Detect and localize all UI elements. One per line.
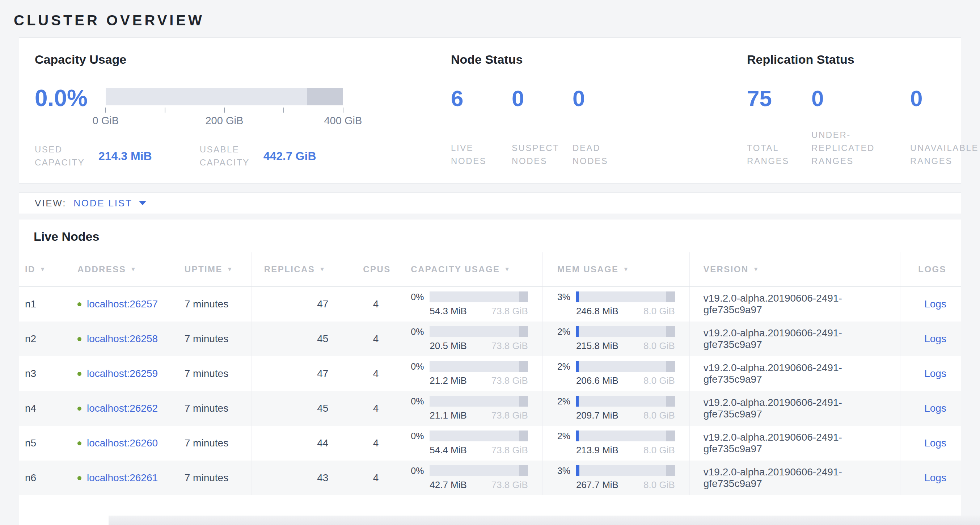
view-label: VIEW: xyxy=(35,198,66,209)
node-replicas: 45 xyxy=(251,391,341,426)
node-version: v19.2.0-alpha.20190606-2491-gfe735c9a97 xyxy=(689,287,900,322)
node-status-title: Node Status xyxy=(451,53,747,66)
capacity-percent: 0.0% xyxy=(35,88,88,109)
view-dropdown[interactable]: NODE LIST xyxy=(73,198,132,209)
tick-label-200: 200 GiB xyxy=(205,115,243,127)
node-address-link[interactable]: localhost:26258 xyxy=(87,333,158,345)
stat-suspect-nodes: 0 SUSPECT NODES xyxy=(512,87,566,168)
tick-label-400: 400 GiB xyxy=(324,115,362,127)
capacity-usage-section: Capacity Usage 0.0% xyxy=(35,53,451,183)
node-mem-usage: 2% 213.9 MiB8.0 GiB xyxy=(542,426,689,461)
stat-live-nodes: 6 LIVE NODES xyxy=(451,87,505,168)
page-title: CLUSTER OVERVIEW xyxy=(14,12,961,29)
node-address-link[interactable]: localhost:26260 xyxy=(87,437,158,449)
node-live-status-dot xyxy=(78,302,81,306)
table-row: n5 localhost:26260 7 minutes 44 4 0% 54.… xyxy=(19,426,961,461)
node-mem-usage: 2% 215.8 MiB8.0 GiB xyxy=(542,322,689,356)
replication-status-section: Replication Status 75 TOTAL RANGES 0 UND… xyxy=(747,53,980,183)
node-uptime: 7 minutes xyxy=(172,322,251,356)
view-selector-bar: VIEW: NODE LIST xyxy=(19,192,961,214)
node-logs-link[interactable]: Logs xyxy=(924,472,947,484)
under-replicated-ranges-value: 0 xyxy=(811,87,900,110)
column-header-mem-usage[interactable]: MEM USAGE xyxy=(542,252,689,286)
node-replicas: 47 xyxy=(251,287,341,322)
unavailable-ranges-value: 0 xyxy=(910,87,980,110)
total-ranges-value: 75 xyxy=(747,87,801,110)
column-header-cpus[interactable]: CPUS xyxy=(341,252,396,286)
stat-dead-nodes: 0 DEAD NODES xyxy=(573,87,627,168)
node-logs-link[interactable]: Logs xyxy=(924,403,947,414)
column-header-version[interactable]: VERSION xyxy=(689,252,900,286)
sort-desc-icon xyxy=(227,266,234,273)
node-cpus: 4 xyxy=(341,426,396,461)
node-address-link[interactable]: localhost:26261 xyxy=(87,472,158,484)
capacity-bar-reserved-segment xyxy=(307,88,343,105)
replication-status-title: Replication Status xyxy=(747,53,980,66)
sort-desc-icon xyxy=(504,266,511,273)
mem-usage-bar xyxy=(576,431,675,441)
capacity-axis-ticks xyxy=(106,107,343,114)
node-replicas: 45 xyxy=(251,322,341,356)
node-live-status-dot xyxy=(78,407,81,410)
mem-usage-bar xyxy=(576,396,675,407)
node-live-status-dot xyxy=(78,441,81,445)
capacity-usage-bar xyxy=(430,465,528,476)
next-section-shadow xyxy=(108,515,980,525)
table-header-row: ID ADDRESS UPTIME REPLICAS CPUS CAPACITY… xyxy=(19,252,961,287)
column-header-capacity-usage[interactable]: CAPACITY USAGE xyxy=(396,252,542,286)
node-replicas: 47 xyxy=(251,356,341,391)
node-status-section: Node Status 6 LIVE NODES 0 SUSPECT NODES… xyxy=(451,53,747,183)
node-logs-link[interactable]: Logs xyxy=(924,437,947,449)
stat-under-replicated-ranges: 0 UNDER-REPLICATED RANGES xyxy=(811,87,900,168)
node-live-status-dot xyxy=(78,476,81,480)
tick-label-0: 0 GiB xyxy=(93,115,119,127)
column-header-replicas[interactable]: REPLICAS xyxy=(251,252,341,286)
node-version: v19.2.0-alpha.20190606-2491-gfe735c9a97 xyxy=(689,461,900,495)
node-logs-link[interactable]: Logs xyxy=(924,298,947,310)
cluster-overview-page: CLUSTER OVERVIEW Capacity Usage 0.0% xyxy=(0,0,980,525)
node-address-link[interactable]: localhost:26259 xyxy=(87,368,158,380)
overview-summary-card: Capacity Usage 0.0% xyxy=(19,37,961,184)
node-logs-link[interactable]: Logs xyxy=(924,333,947,345)
node-replicas: 43 xyxy=(251,461,341,495)
sort-desc-icon xyxy=(753,266,760,273)
usable-capacity-label: USABLE CAPACITY xyxy=(200,143,264,169)
sort-desc-icon xyxy=(130,266,137,273)
node-logs-link[interactable]: Logs xyxy=(924,368,947,380)
node-cpus: 4 xyxy=(341,461,396,495)
node-live-status-dot xyxy=(78,337,81,341)
mem-usage-bar xyxy=(576,465,675,476)
node-capacity-usage: 0% 54.3 MiB73.8 GiB xyxy=(396,287,542,322)
node-capacity-usage: 0% 21.2 MiB73.8 GiB xyxy=(396,356,542,391)
node-id: n6 xyxy=(19,461,65,495)
node-uptime: 7 minutes xyxy=(172,461,251,495)
live-nodes-label: LIVE NODES xyxy=(451,142,505,168)
node-capacity-usage: 0% 20.5 MiB73.8 GiB xyxy=(396,322,542,356)
node-id: n1 xyxy=(19,287,65,322)
stat-total-ranges: 75 TOTAL RANGES xyxy=(747,87,801,168)
table-row: n4 localhost:26262 7 minutes 45 4 0% 21.… xyxy=(19,391,961,426)
under-replicated-ranges-label: UNDER-REPLICATED RANGES xyxy=(811,129,900,168)
total-ranges-label: TOTAL RANGES xyxy=(747,142,801,168)
dead-nodes-value: 0 xyxy=(573,87,627,110)
table-row: n6 localhost:26261 7 minutes 43 4 0% 42.… xyxy=(19,461,961,495)
table-row: n1 localhost:26257 7 minutes 47 4 0% 54.… xyxy=(19,287,961,322)
capacity-usage-bar xyxy=(430,361,528,372)
chevron-down-icon[interactable] xyxy=(139,201,146,205)
node-version: v19.2.0-alpha.20190606-2491-gfe735c9a97 xyxy=(689,426,900,461)
node-address-link[interactable]: localhost:26257 xyxy=(87,298,158,310)
capacity-usage-bar xyxy=(430,396,528,407)
column-header-address[interactable]: ADDRESS xyxy=(65,252,172,286)
column-header-id[interactable]: ID xyxy=(19,252,65,286)
mem-usage-bar xyxy=(576,361,675,372)
mem-usage-bar xyxy=(576,292,675,302)
node-address-link[interactable]: localhost:26262 xyxy=(87,403,158,414)
node-id: n2 xyxy=(19,322,65,356)
column-header-logs: LOGS xyxy=(900,252,961,286)
column-header-uptime[interactable]: UPTIME xyxy=(172,252,251,286)
node-mem-usage: 2% 206.6 MiB8.0 GiB xyxy=(542,356,689,391)
live-nodes-card: Live Nodes ID ADDRESS UPTIME REPLICAS CP… xyxy=(19,219,961,525)
used-capacity-value: 214.3 MiB xyxy=(99,150,152,163)
capacity-usage-bar xyxy=(430,292,528,302)
node-id: n4 xyxy=(19,391,65,426)
